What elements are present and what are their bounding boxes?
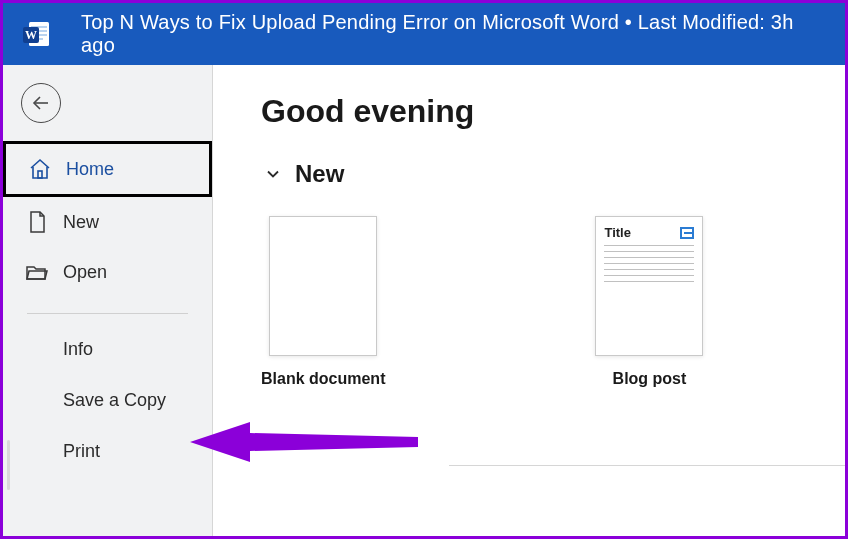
- svg-text:W: W: [25, 28, 37, 42]
- template-blank-document[interactable]: Blank document: [261, 216, 385, 388]
- word-logo: W: [21, 18, 53, 50]
- sidebar-separator: [27, 313, 188, 314]
- sidebar-item-label: Save a Copy: [63, 390, 166, 410]
- home-icon: [28, 157, 52, 181]
- back-button[interactable]: [21, 83, 61, 123]
- templates-row: Blank document Title Blog post: [261, 216, 845, 388]
- template-label: Blog post: [613, 370, 687, 388]
- new-section-header: New: [261, 160, 845, 188]
- sidebar-item-label: Print: [63, 441, 100, 461]
- folder-open-icon: [25, 260, 49, 284]
- backstage-view: Home New Open Info Save a Copy Print: [3, 65, 845, 536]
- sidebar-item-new[interactable]: New: [3, 197, 212, 247]
- tile-title-text: Title: [604, 225, 631, 240]
- sidebar-scrollbar[interactable]: [7, 440, 10, 490]
- back-arrow-icon: [29, 91, 53, 115]
- sidebar-item-save-a-copy[interactable]: Save a Copy: [3, 375, 212, 426]
- tile-blog-icon: [680, 227, 694, 239]
- collapse-new-button[interactable]: [261, 162, 285, 186]
- sidebar-item-home[interactable]: Home: [3, 141, 212, 197]
- document-title: Top N Ways to Fix Upload Pending Error o…: [81, 11, 827, 57]
- template-tile-blog: Title: [595, 216, 703, 356]
- main-panel: Good evening New Blank document Title: [213, 65, 845, 536]
- page-icon: [25, 210, 49, 234]
- svg-rect-8: [38, 171, 42, 178]
- sidebar-item-print[interactable]: Print: [3, 426, 212, 477]
- sidebar-item-label: New: [63, 212, 99, 233]
- template-tile-blank: [269, 216, 377, 356]
- new-section-label: New: [295, 160, 344, 188]
- backstage-sidebar: Home New Open Info Save a Copy Print: [3, 65, 213, 536]
- template-blog-post[interactable]: Title Blog post: [595, 216, 703, 388]
- divider: [449, 465, 845, 466]
- sidebar-item-label: Open: [63, 262, 107, 283]
- sidebar-item-label: Info: [63, 339, 93, 359]
- greeting-heading: Good evening: [261, 93, 845, 130]
- sidebar-item-info[interactable]: Info: [3, 324, 212, 375]
- chevron-down-icon: [263, 164, 283, 184]
- title-bar: W Top N Ways to Fix Upload Pending Error…: [3, 3, 845, 65]
- sidebar-item-open[interactable]: Open: [3, 247, 212, 297]
- template-label: Blank document: [261, 370, 385, 388]
- sidebar-item-label: Home: [66, 159, 114, 180]
